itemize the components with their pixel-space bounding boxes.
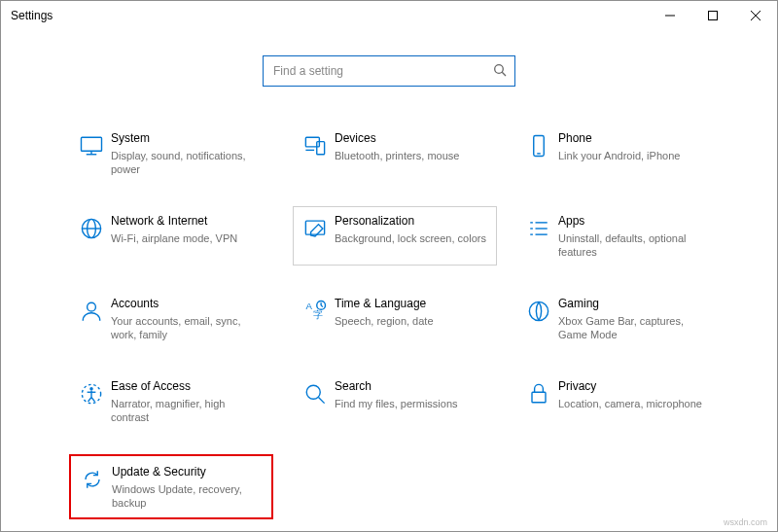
tile-title: Search bbox=[335, 378, 488, 395]
tile-desc: Speech, region, date bbox=[335, 314, 488, 328]
tile-phone[interactable]: Phone Link your Android, iPhone bbox=[516, 124, 721, 183]
svg-text:A: A bbox=[305, 301, 312, 311]
tile-privacy[interactable]: Privacy Location, camera, microphone bbox=[516, 372, 721, 431]
tile-desc: Xbox Game Bar, captures, Game Mode bbox=[558, 314, 712, 341]
tile-title: Network & Internet bbox=[111, 213, 265, 230]
watermark: wsxdn.com bbox=[724, 517, 767, 527]
search-icon bbox=[493, 63, 507, 80]
gaming-icon bbox=[519, 296, 558, 341]
svg-point-24 bbox=[88, 302, 96, 311]
tile-title: Personalization bbox=[335, 213, 488, 230]
window-title: Settings bbox=[11, 9, 53, 22]
svg-point-30 bbox=[529, 301, 548, 320]
tile-desc: Find my files, permissions bbox=[335, 397, 488, 410]
tile-gaming[interactable]: Gaming Xbox Game Bar, captures, Game Mod… bbox=[516, 289, 721, 348]
tile-title: Update & Security bbox=[112, 464, 265, 480]
search-tile-icon bbox=[296, 378, 335, 424]
update-security-icon bbox=[73, 464, 112, 510]
titlebar: Settings bbox=[1, 1, 777, 30]
tile-desc: Windows Update, recovery, backup bbox=[112, 482, 265, 510]
tile-devices[interactable]: Devices Bluetooth, printers, mouse bbox=[293, 124, 497, 183]
tile-desc: Bluetooth, printers, mouse bbox=[335, 149, 488, 162]
tile-personalization[interactable]: Personalization Background, lock screen,… bbox=[293, 206, 497, 266]
svg-point-32 bbox=[89, 387, 93, 391]
svg-rect-1 bbox=[709, 12, 718, 20]
svg-point-37 bbox=[306, 385, 320, 399]
settings-window: Settings bbox=[0, 0, 778, 532]
privacy-icon bbox=[519, 378, 558, 424]
network-icon bbox=[72, 213, 111, 259]
tile-desc: Uninstall, defaults, optional features bbox=[558, 231, 712, 259]
tile-ease-of-access[interactable]: Ease of Access Narrator, magnifier, high… bbox=[69, 372, 273, 431]
tile-title: Accounts bbox=[111, 296, 265, 312]
tile-desc: Wi-Fi, airplane mode, VPN bbox=[111, 231, 265, 245]
svg-rect-6 bbox=[82, 137, 102, 151]
tile-network[interactable]: Network & Internet Wi-Fi, airplane mode,… bbox=[69, 206, 273, 266]
svg-text:字: 字 bbox=[313, 309, 323, 320]
tile-title: Ease of Access bbox=[111, 378, 265, 395]
tile-title: Phone bbox=[558, 130, 712, 147]
tile-title: Privacy bbox=[558, 378, 712, 395]
tile-title: Devices bbox=[335, 130, 488, 147]
time-language-icon: A字 bbox=[296, 296, 335, 341]
personalization-icon bbox=[296, 213, 335, 259]
svg-point-4 bbox=[495, 64, 504, 73]
phone-icon bbox=[519, 130, 558, 176]
tile-desc: Link your Android, iPhone bbox=[558, 149, 712, 162]
tile-system[interactable]: System Display, sound, notifications, po… bbox=[69, 124, 273, 183]
search-wrap bbox=[1, 55, 777, 87]
system-icon bbox=[72, 130, 111, 176]
apps-icon bbox=[519, 213, 558, 259]
svg-line-29 bbox=[321, 305, 323, 307]
tile-time-language[interactable]: A字 Time & Language Speech, region, date bbox=[293, 289, 497, 348]
svg-line-38 bbox=[319, 398, 325, 404]
tiles-grid: System Display, sound, notifications, po… bbox=[69, 124, 719, 519]
accounts-icon bbox=[72, 296, 111, 341]
search-input[interactable] bbox=[271, 63, 493, 79]
devices-icon bbox=[296, 130, 335, 176]
maximize-button[interactable] bbox=[691, 1, 734, 30]
minimize-button[interactable] bbox=[649, 1, 691, 30]
tile-apps[interactable]: Apps Uninstall, defaults, optional featu… bbox=[516, 206, 721, 266]
tile-desc: Background, lock screen, colors bbox=[335, 231, 488, 245]
svg-rect-10 bbox=[317, 142, 325, 155]
close-button[interactable] bbox=[734, 1, 777, 30]
tile-title: Gaming bbox=[558, 296, 712, 312]
tile-search[interactable]: Search Find my files, permissions bbox=[293, 372, 497, 431]
tile-title: Time & Language bbox=[335, 296, 488, 312]
tile-desc: Your accounts, email, sync, work, family bbox=[111, 314, 265, 341]
tile-desc: Location, camera, microphone bbox=[558, 397, 712, 410]
svg-line-35 bbox=[88, 398, 92, 402]
tile-desc: Display, sound, notifications, power bbox=[111, 149, 265, 176]
svg-line-5 bbox=[502, 72, 506, 76]
tile-update-security[interactable]: Update & Security Windows Update, recove… bbox=[69, 454, 273, 519]
tile-accounts[interactable]: Accounts Your accounts, email, sync, wor… bbox=[69, 289, 273, 348]
content-area: System Display, sound, notifications, po… bbox=[1, 30, 777, 531]
ease-of-access-icon bbox=[72, 378, 111, 424]
tile-title: Apps bbox=[558, 213, 712, 230]
svg-rect-39 bbox=[532, 392, 546, 403]
svg-line-36 bbox=[91, 398, 95, 402]
search-box[interactable] bbox=[263, 55, 515, 87]
tile-desc: Narrator, magnifier, high contrast bbox=[111, 397, 265, 424]
tile-title: System bbox=[111, 130, 265, 147]
